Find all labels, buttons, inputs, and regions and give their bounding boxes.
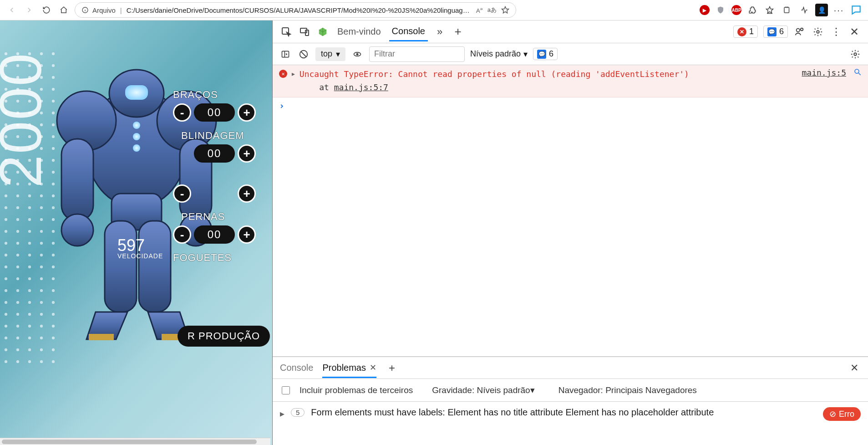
speed-value: 597 xyxy=(117,239,163,252)
favorite-icon[interactable] xyxy=(501,6,509,14)
issue-text: Form elements must have labels: Element … xyxy=(311,405,817,419)
svg-rect-22 xyxy=(105,221,137,312)
tab-console[interactable]: Console xyxy=(389,22,428,41)
live-expression-icon[interactable] xyxy=(351,48,364,61)
stat-foguetes: FOGUETES xyxy=(173,252,256,264)
console-output: ✕ ▸ Uncaught TypeError: Cannot read prop… xyxy=(273,65,868,356)
svg-point-9 xyxy=(86,89,187,207)
read-aloud-icon[interactable]: A» xyxy=(476,6,483,14)
error-icon: ✕ xyxy=(279,70,287,78)
drawer-tab-console[interactable]: Console xyxy=(280,363,313,373)
issues-badge[interactable]: 💬 6 xyxy=(533,48,558,60)
message-count-badge[interactable]: 💬 6 xyxy=(763,26,788,38)
home-button[interactable] xyxy=(57,4,70,16)
toggle-sidebar-icon[interactable] xyxy=(279,48,292,61)
error-count-badge[interactable]: ✕ 1 xyxy=(733,26,758,38)
console-prompt[interactable]: › xyxy=(273,97,868,114)
collections-icon[interactable] xyxy=(781,4,793,16)
translate-icon[interactable]: aあ xyxy=(487,6,497,14)
error-icon: ⊘ xyxy=(829,409,836,419)
refresh-button[interactable] xyxy=(40,4,53,16)
clear-console-icon[interactable] xyxy=(297,48,310,61)
svg-point-19 xyxy=(61,214,93,246)
increment-button[interactable]: + xyxy=(238,144,256,163)
increment-button[interactable]: + xyxy=(238,103,256,122)
ext-shield-icon[interactable] xyxy=(714,4,727,16)
expand-caret-icon[interactable]: ▸ xyxy=(291,69,296,78)
forward-button[interactable] xyxy=(23,4,36,16)
drawer-tab-bar: Console Problemas ✕ + ✕ xyxy=(273,357,868,379)
svg-rect-17 xyxy=(61,139,93,221)
more-tabs-icon[interactable]: » xyxy=(433,26,446,38)
stat-value: 00 xyxy=(194,225,235,244)
decrement-button[interactable]: - xyxy=(173,184,191,203)
page-title-vertical: 2000 xyxy=(0,52,45,188)
ext-abp-icon[interactable]: ABP xyxy=(731,5,741,15)
svg-point-39 xyxy=(356,53,358,55)
close-devtools-icon[interactable]: ✕ xyxy=(848,26,861,38)
stat-bracos: BRAÇOS - 00 + xyxy=(173,89,256,122)
produce-button[interactable]: R PRODUÇÃO xyxy=(178,326,270,347)
address-bar[interactable]: Arquivo | C:/Users/danie/OneDrive/Docume… xyxy=(75,2,516,18)
message-icon: 💬 xyxy=(767,27,777,36)
svg-rect-6 xyxy=(784,7,789,13)
new-tab-icon[interactable]: + xyxy=(452,26,464,38)
console-filter-input[interactable] xyxy=(369,46,465,62)
browser-select[interactable]: Navegador: Principais Navegadores xyxy=(558,385,697,395)
context-select[interactable]: top ▾ xyxy=(315,47,345,61)
svg-rect-26 xyxy=(89,334,114,340)
tab-welcome[interactable]: Bem-vindo xyxy=(335,23,384,41)
console-settings-icon[interactable] xyxy=(849,48,862,61)
issue-row[interactable]: ▸ 5 Form elements must have labels: Elem… xyxy=(280,405,861,421)
more-menu-icon[interactable]: ··· xyxy=(832,4,845,16)
third-party-checkbox[interactable] xyxy=(282,386,290,394)
3d-view-icon[interactable] xyxy=(316,26,329,38)
extensions-icon[interactable] xyxy=(746,4,759,16)
error-icon: ✕ xyxy=(737,27,746,36)
device-toggle-icon[interactable] xyxy=(298,26,311,38)
expand-caret-icon[interactable]: ▸ xyxy=(280,408,284,419)
stack-link[interactable]: main.js:5:7 xyxy=(334,82,388,92)
svg-rect-11 xyxy=(125,85,148,100)
performance-icon[interactable] xyxy=(798,4,811,16)
decrement-button[interactable]: - xyxy=(173,225,191,244)
close-drawer-icon[interactable]: ✕ xyxy=(848,362,861,374)
decrement-button[interactable]: - xyxy=(173,103,191,122)
svg-marker-24 xyxy=(86,312,127,339)
log-levels-select[interactable]: Níveis padrão ▾ xyxy=(470,49,528,59)
svg-point-15 xyxy=(57,91,116,150)
close-tab-icon[interactable]: ✕ xyxy=(370,363,376,373)
severity-select[interactable]: Gravidade: Níveis padrão▾ xyxy=(432,385,534,395)
ext-youtube-icon[interactable]: ▶ xyxy=(700,5,710,15)
drawer-tab-problems[interactable]: Problemas ✕ xyxy=(322,363,376,378)
inspect-element-icon[interactable] xyxy=(280,26,293,38)
browser-toolbar: Arquivo | C:/Users/danie/OneDrive/Docume… xyxy=(0,0,868,20)
svg-point-32 xyxy=(801,28,803,31)
favorites-list-icon[interactable] xyxy=(763,4,776,16)
speed-label: VELOCIDADE xyxy=(117,252,163,260)
profile-icon[interactable]: 👤 xyxy=(815,4,828,16)
settings-icon[interactable] xyxy=(812,26,824,38)
feedback-icon[interactable] xyxy=(793,26,806,38)
stat-blindagem: BLINDAGEM - 00 + xyxy=(173,130,256,163)
bing-chat-icon[interactable] xyxy=(850,4,863,16)
svg-marker-3 xyxy=(502,7,509,13)
third-party-label: Incluir problemas de terceiros xyxy=(299,385,413,395)
stat-value: 00 xyxy=(194,144,235,163)
back-button[interactable] xyxy=(5,4,18,16)
devtools-panel: Bem-vindo Console » + ✕ 1 💬 6 ⋮ ✕ xyxy=(272,20,868,445)
svg-point-33 xyxy=(817,31,819,33)
issues-count: 6 xyxy=(549,49,553,59)
search-error-icon[interactable] xyxy=(853,68,862,76)
kebab-menu-icon[interactable]: ⋮ xyxy=(830,26,843,38)
problems-filter-bar: Incluir problemas de terceiros Gravidade… xyxy=(273,379,868,402)
increment-button[interactable]: + xyxy=(238,225,256,244)
scrollbar-thumb[interactable] xyxy=(2,440,257,444)
horizontal-scrollbar[interactable] xyxy=(0,438,270,445)
svg-rect-23 xyxy=(139,221,171,312)
error-source-link[interactable]: main.js:5 xyxy=(802,68,846,77)
source-label: Arquivo xyxy=(92,6,116,14)
increment-button[interactable]: + xyxy=(238,184,256,203)
new-drawer-tab-icon[interactable]: + xyxy=(386,362,398,374)
console-error-row[interactable]: ✕ ▸ Uncaught TypeError: Cannot read prop… xyxy=(273,65,868,97)
